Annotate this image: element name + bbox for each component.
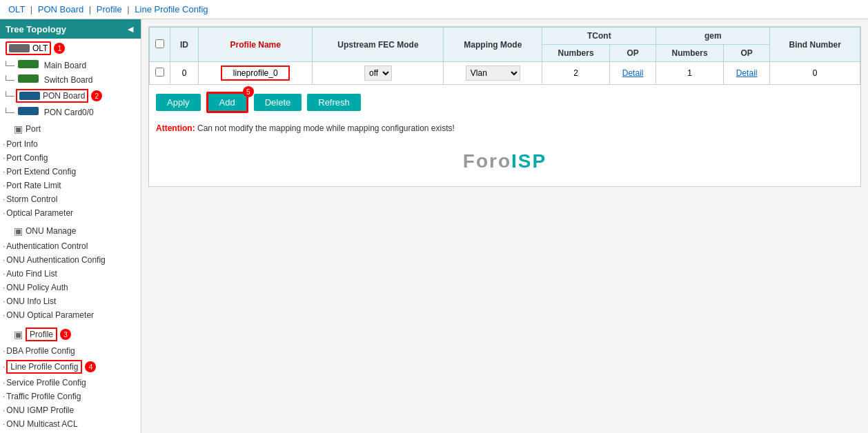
- sidebar-item-service-profile[interactable]: ·Service Profile Config: [0, 376, 141, 390]
- mapping-mode-select[interactable]: Vlan GEM Port: [466, 66, 520, 81]
- pon-card-icon: [18, 107, 39, 115]
- olt-icon: [9, 44, 30, 52]
- sidebar-onu-manage-header[interactable]: ▣ ONU Manage: [0, 223, 141, 239]
- sidebar-item-auth-control[interactable]: ·Authentication Control: [0, 239, 141, 253]
- col-header-mapping-mode: Mapping Mode: [444, 28, 542, 62]
- sidebar-section-port: ▣ Port ·Port Info ·Port Config ·Port Ext…: [0, 119, 141, 221]
- col-header-bind: Bind Number: [770, 28, 860, 62]
- breadcrumb-pon-board[interactable]: PON Board: [38, 4, 83, 14]
- sidebar-profile-header[interactable]: ▣ Profile 3: [0, 325, 141, 344]
- row-id: 0: [170, 62, 199, 85]
- sidebar-item-onu-optical-param[interactable]: ·ONU Optical Parameter: [0, 308, 141, 322]
- add-badge: 5: [243, 86, 254, 97]
- tcont-detail-link[interactable]: Detail: [622, 68, 644, 78]
- sidebar-item-onu-multicast-acl[interactable]: ·ONU Multicast ACL: [0, 417, 141, 431]
- profile-label: Profile: [30, 330, 53, 339]
- col-header-gem-op: OP: [723, 45, 769, 62]
- profile-label-box: Profile: [26, 328, 57, 341]
- pon-card-label: PON Card0/0: [44, 108, 94, 117]
- line-profile-config-label: Line Profile Config: [10, 362, 78, 372]
- attention-text: Can not modify the mapping mode while ma…: [197, 123, 455, 133]
- profile-name-input[interactable]: [221, 66, 290, 81]
- row-bind-number: 0: [770, 62, 860, 85]
- sidebar-item-onu-info-list[interactable]: ·ONU Info List: [0, 294, 141, 308]
- action-buttons: Apply Add 5 Delete Refresh: [149, 85, 860, 120]
- gem-detail-link[interactable]: Detail: [736, 68, 758, 78]
- olt-badge: 1: [54, 43, 65, 54]
- fec-mode-select[interactable]: off on: [364, 66, 392, 81]
- breadcrumb-olt[interactable]: OLT: [8, 4, 25, 14]
- port-section-label: Port: [26, 124, 41, 134]
- row-checkbox[interactable]: [155, 68, 164, 77]
- refresh-button[interactable]: Refresh: [307, 94, 361, 111]
- sidebar-item-traffic-profile[interactable]: ·Traffic Profile Config: [0, 390, 141, 403]
- sidebar-item-port-rate-limit[interactable]: ·Port Rate Limit: [0, 179, 141, 192]
- switch-board-label: Switch Board: [44, 75, 93, 85]
- col-header-profile-name: Profile Name: [199, 28, 313, 62]
- watermark-isp: ISP: [511, 150, 546, 172]
- sidebar-item-line-profile-config[interactable]: · Line Profile Config 4: [0, 358, 99, 376]
- pon-board-badge: 2: [91, 90, 102, 101]
- row-profile-name-cell: [199, 62, 313, 85]
- breadcrumb-bar: OLT | PON Board | Profile | Line Profile…: [0, 0, 868, 19]
- breadcrumb-line-profile-config[interactable]: Line Profile Config: [135, 4, 208, 14]
- line-profile-config-box: Line Profile Config: [6, 360, 82, 374]
- sidebar-item-port-config[interactable]: ·Port Config: [0, 151, 141, 165]
- row-mapping-mode-cell: Vlan GEM Port: [444, 62, 542, 85]
- row-fec-mode-cell: off on: [313, 62, 444, 85]
- pon-board-label: PON Board: [43, 91, 85, 101]
- sidebar-item-port-extend-config[interactable]: ·Port Extend Config: [0, 165, 141, 179]
- onu-manage-label: ONU Manage: [26, 226, 76, 236]
- breadcrumb-profile[interactable]: Profile: [97, 4, 122, 14]
- sidebar-item-optical-parameter[interactable]: ·Optical Parameter: [0, 206, 141, 220]
- select-all-checkbox[interactable]: [155, 39, 164, 48]
- sidebar-item-dba-profile[interactable]: ·DBA Profile Config: [0, 344, 141, 358]
- sidebar-item-onu-policy-auth[interactable]: ·ONU Policy Auth: [0, 281, 141, 294]
- sidebar-port-header[interactable]: ▣ Port: [0, 121, 141, 137]
- olt-selected-box[interactable]: OLT: [6, 41, 51, 55]
- main-content: ID Profile Name Upstream FEC Mode Mappin…: [141, 19, 868, 433]
- sidebar-item-onu-igmp-profile[interactable]: ·ONU IGMP Profile: [0, 403, 141, 417]
- onu-manage-minus-icon: ▣: [14, 225, 23, 236]
- pon-board-icon: [19, 92, 40, 100]
- col-header-tcont: TCont: [542, 28, 656, 45]
- port-minus-icon: ▣: [14, 123, 23, 134]
- olt-label: OLT: [32, 43, 48, 53]
- sidebar-item-storm-control[interactable]: ·Storm Control: [0, 192, 141, 206]
- sidebar-item-pon-card[interactable]: └─ PON Card0/0: [0, 105, 141, 119]
- col-header-id: ID: [170, 28, 199, 62]
- add-button-wrapper: Add 5: [206, 92, 248, 113]
- row-tcont-op-cell: Detail: [609, 62, 655, 85]
- col-header-tcont-op: OP: [609, 45, 655, 62]
- main-board-label: Main Board: [44, 61, 86, 70]
- sidebar-toggle-button[interactable]: ◄: [126, 23, 135, 34]
- sidebar-item-main-board[interactable]: └─ Main Board: [0, 58, 141, 72]
- pon-board-selected-box: PON Board: [16, 89, 88, 103]
- sidebar: Tree Topology ◄ OLT 1 └─ Main Board └─ S…: [0, 19, 141, 433]
- line-profile-table: ID Profile Name Upstream FEC Mode Mappin…: [149, 27, 860, 85]
- row-checkbox-cell: [150, 62, 170, 85]
- sidebar-section-onu-manage: ▣ ONU Manage ·Authentication Control ·ON…: [0, 221, 141, 323]
- apply-button[interactable]: Apply: [156, 94, 201, 111]
- sidebar-item-pon-board[interactable]: └─ PON Board 2: [0, 87, 141, 105]
- attention-label: Attention:: [156, 123, 195, 133]
- switch-board-icon: [18, 74, 39, 83]
- profile-table-container: ID Profile Name Upstream FEC Mode Mappin…: [148, 26, 861, 187]
- col-header-checkbox: [150, 28, 170, 62]
- sidebar-item-auto-find-list[interactable]: ·Auto Find List: [0, 267, 141, 281]
- watermark-foro: Foro: [463, 150, 511, 172]
- sidebar-item-port-info[interactable]: ·Port Info: [0, 137, 141, 151]
- table-scroll-area: ID Profile Name Upstream FEC Mode Mappin…: [149, 27, 860, 85]
- sidebar-item-switch-board[interactable]: └─ Switch Board: [0, 72, 141, 87]
- sidebar-item-olt[interactable]: OLT 1: [0, 39, 141, 58]
- sidebar-header: Tree Topology ◄: [0, 19, 141, 39]
- add-button[interactable]: Add: [206, 92, 248, 113]
- row-gem-numbers: 1: [656, 62, 724, 85]
- row-gem-op-cell: Detail: [723, 62, 769, 85]
- col-header-upstream-fec: Upstream FEC Mode: [313, 28, 444, 62]
- line-profile-badge: 4: [85, 361, 96, 372]
- col-header-gem: gem: [656, 28, 770, 45]
- profile-minus-icon: ▣: [14, 329, 23, 340]
- delete-button[interactable]: Delete: [254, 94, 302, 111]
- sidebar-item-onu-auth-config[interactable]: ·ONU Authentication Config: [0, 253, 141, 267]
